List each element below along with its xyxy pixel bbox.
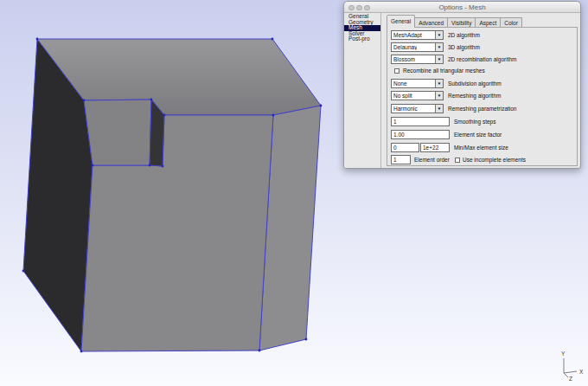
remeshing-algorithm-dropdown[interactable]: No split ▼	[391, 91, 444, 100]
algorithm-2d-label: 2D algorithm	[448, 30, 480, 40]
row-subdivision-algorithm: None ▼ Subdivision algorithm	[387, 79, 577, 88]
algorithm-3d-label: 3D algorithm	[448, 42, 480, 52]
dropdown-arrow-icon[interactable]: ▼	[435, 43, 443, 51]
recombination-dropdown[interactable]: Blossom ▼	[391, 55, 444, 64]
dialog-body: General Geometry Mesh Solver Post-pro Ge…	[344, 13, 580, 168]
row-remeshing-parametrization: Harmonic ▼ Remeshing parametrization	[387, 104, 577, 113]
max-element-size-input[interactable]: 1e+22	[420, 143, 450, 152]
mesh-tabs: General Advanced Visibility Aspect Color	[387, 15, 522, 28]
recombine-all-checkbox[interactable]	[394, 68, 399, 74]
element-size-factor-label: Element size factor	[454, 130, 502, 139]
algorithm-3d-dropdown[interactable]: Delaunay ▼	[391, 42, 444, 52]
dropdown-arrow-icon[interactable]: ▼	[435, 80, 443, 87]
row-element-size-factor: 1.00 Element size factor	[387, 130, 577, 139]
row-element-order: 1 Element order Use incomplete elements	[387, 155, 577, 164]
row-2d-algorithm: MeshAdapt ▼ 2D algorithm	[387, 30, 577, 40]
dialog-title: Options - Mesh	[344, 3, 580, 11]
notch-back-wall	[84, 100, 151, 165]
axis-triad	[564, 358, 577, 377]
recombination-label: 2D recombination algorithm	[448, 55, 516, 64]
remeshing-parametrization-dropdown[interactable]: Harmonic ▼	[391, 104, 444, 113]
mesh-general-panel: MeshAdapt ▼ 2D algorithm Delaunay ▼ 3D a…	[387, 27, 578, 166]
incomplete-elements-label: Use incomplete elements	[463, 155, 526, 164]
dropdown-arrow-icon[interactable]: ▼	[435, 55, 443, 63]
gmsh-graphics-canvas[interactable]: Y X Z Options - Mesh General Geometry Me…	[0, 0, 588, 386]
options-mesh-dialog: Options - Mesh General Geometry Mesh Sol…	[343, 1, 581, 169]
minmax-element-size-label: Min/Max element size	[454, 143, 508, 152]
smoothing-steps-label: Smoothing steps	[454, 117, 495, 126]
dropdown-arrow-icon[interactable]: ▼	[435, 105, 443, 113]
element-order-label: Element order	[414, 155, 450, 164]
smoothing-steps-input[interactable]: 1	[391, 117, 450, 126]
tab-general[interactable]: General	[387, 15, 415, 28]
row-minmax-element-size: 0 1e+22 Min/Max element size	[387, 143, 577, 152]
row-recombine-all: Recombine all triangular meshes	[387, 66, 577, 75]
subdivision-dropdown[interactable]: None ▼	[391, 79, 444, 88]
algorithm-2d-dropdown[interactable]: MeshAdapt ▼	[391, 30, 444, 40]
row-recombination-algorithm: Blossom ▼ 2D recombination algorithm	[387, 55, 577, 64]
subdivision-label: Subdivision algorithm	[448, 79, 502, 88]
sidebar-item-postpro[interactable]: Post-pro	[344, 36, 380, 42]
element-size-factor-input[interactable]: 1.00	[391, 130, 450, 139]
cube-model[interactable]	[23, 39, 321, 351]
incomplete-elements-checkbox[interactable]	[455, 158, 460, 163]
row-remeshing-algorithm: No split ▼ Remeshing algorithm	[387, 91, 577, 100]
dropdown-arrow-icon[interactable]: ▼	[435, 92, 443, 100]
options-category-list: General Geometry Mesh Solver Post-pro	[344, 13, 381, 168]
dropdown-arrow-icon[interactable]: ▼	[435, 31, 443, 39]
element-order-input[interactable]: 1	[391, 155, 411, 164]
axis-label-x: X	[579, 369, 584, 375]
row-smoothing-steps: 1 Smoothing steps	[387, 117, 577, 126]
row-3d-algorithm: Delaunay ▼ 3D algorithm	[387, 42, 577, 52]
axis-label-y: Y	[561, 351, 566, 357]
axis-label-z: Z	[569, 376, 572, 382]
min-element-size-input[interactable]: 0	[391, 143, 419, 152]
recombine-all-label: Recombine all triangular meshes	[403, 66, 485, 75]
remeshing-parametrization-label: Remeshing parametrization	[448, 104, 516, 113]
dialog-titlebar[interactable]: Options - Mesh	[344, 2, 580, 13]
remeshing-algorithm-label: Remeshing algorithm	[448, 91, 501, 100]
